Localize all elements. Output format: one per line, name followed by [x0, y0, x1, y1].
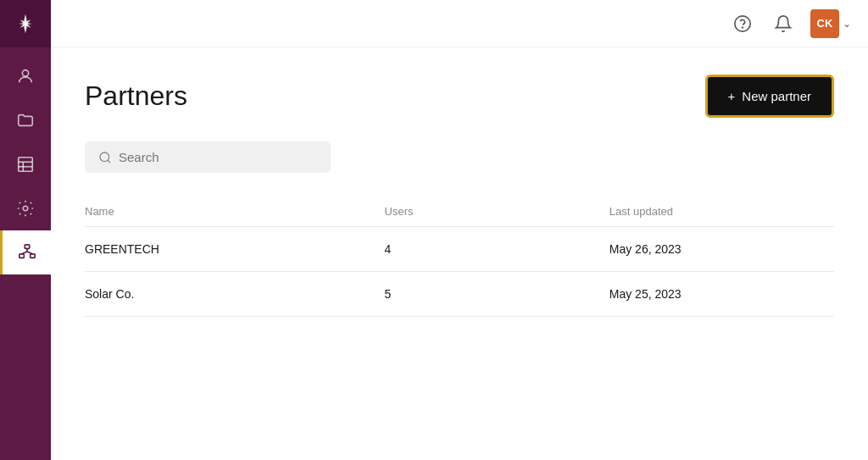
chevron-down-icon: ⌄ — [843, 18, 851, 30]
avatar-menu[interactable]: CK ⌄ — [810, 9, 851, 38]
svg-rect-8 — [19, 254, 24, 258]
col-header-users: Users — [385, 197, 609, 227]
new-partner-label: New partner — [742, 89, 811, 103]
table-row[interactable]: GREENTECH 4 May 26, 2023 — [85, 227, 834, 272]
col-header-last-updated: Last updated — [609, 197, 834, 227]
svg-marker-0 — [19, 14, 32, 33]
svg-line-16 — [108, 160, 110, 163]
sidebar-item-folder[interactable] — [0, 98, 51, 142]
settings-icon — [16, 199, 35, 218]
sidebar-nav — [0, 47, 51, 460]
help-button[interactable] — [729, 10, 756, 37]
sidebar-item-partners[interactable] — [0, 230, 51, 274]
user-icon — [16, 67, 35, 86]
search-box — [85, 141, 331, 173]
cell-name: Solar Co. — [85, 272, 385, 317]
logo[interactable] — [0, 0, 51, 47]
avatar: CK — [810, 9, 839, 38]
notifications-button[interactable] — [770, 10, 797, 37]
page-title: Partners — [85, 80, 187, 112]
svg-point-13 — [735, 15, 750, 30]
topbar: CK ⌄ — [51, 0, 868, 47]
table-icon — [16, 155, 35, 174]
search-input[interactable] — [119, 150, 317, 164]
svg-point-15 — [100, 152, 109, 162]
svg-rect-7 — [25, 245, 30, 249]
sidebar-item-settings[interactable] — [0, 186, 51, 230]
table-body: GREENTECH 4 May 26, 2023 Solar Co. 5 May… — [85, 227, 834, 317]
partners-table: Name Users Last updated GREENTECH 4 May … — [85, 197, 834, 317]
svg-line-12 — [27, 252, 32, 254]
help-icon — [733, 14, 752, 33]
sidebar-item-table[interactable] — [0, 142, 51, 186]
bell-icon — [774, 14, 793, 33]
main-content: CK ⌄ Partners + New partner — [51, 0, 868, 460]
col-header-name: Name — [85, 197, 385, 227]
logo-icon — [12, 10, 39, 37]
svg-point-1 — [22, 70, 28, 76]
cell-last-updated: May 26, 2023 — [609, 227, 834, 272]
svg-point-6 — [23, 206, 28, 211]
table-header: Name Users Last updated — [85, 197, 834, 227]
page-header: Partners + New partner — [85, 75, 834, 118]
svg-line-11 — [21, 252, 26, 254]
search-icon — [98, 151, 112, 164]
search-container — [85, 141, 834, 173]
table-row[interactable]: Solar Co. 5 May 25, 2023 — [85, 272, 834, 317]
sidebar — [0, 0, 51, 460]
svg-rect-9 — [30, 254, 34, 258]
partners-icon — [18, 243, 36, 262]
new-partner-button[interactable]: + New partner — [705, 75, 834, 118]
svg-point-14 — [743, 27, 743, 28]
content-area: Partners + New partner Name Users — [51, 47, 868, 460]
svg-rect-2 — [19, 158, 33, 172]
sidebar-item-user[interactable] — [0, 54, 51, 98]
cell-name: GREENTECH — [85, 227, 385, 272]
cell-users: 5 — [385, 272, 609, 317]
plus-icon: + — [728, 89, 736, 103]
folder-icon — [16, 111, 35, 130]
cell-users: 4 — [385, 227, 609, 272]
cell-last-updated: May 25, 2023 — [609, 272, 834, 317]
